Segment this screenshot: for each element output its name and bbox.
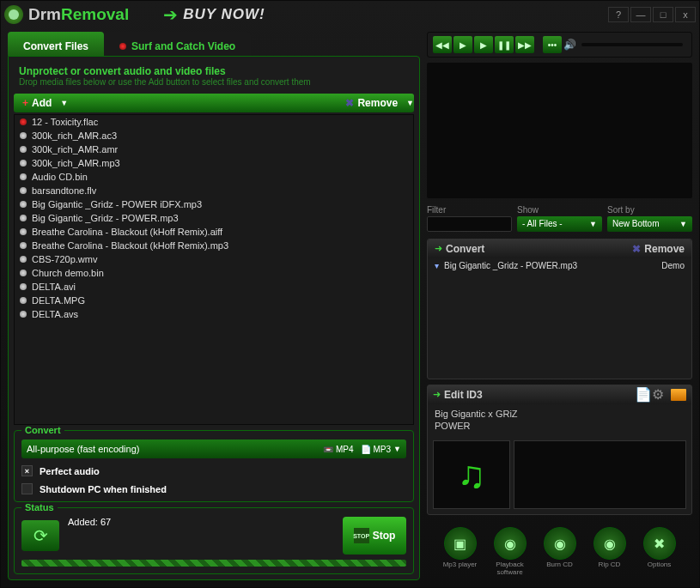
queue-list[interactable]: ▾Big Gigantic _Gridz - POWER.mp3Demo	[428, 258, 691, 379]
file-row[interactable]: DELTA.avs	[15, 307, 413, 321]
burn-cd-icon: ◉	[544, 527, 576, 560]
file-row[interactable]: 12 - Toxicity.flac	[15, 115, 413, 129]
settings-icon[interactable]: 📄⚙	[635, 386, 664, 403]
album-art[interactable]: ♫	[433, 440, 510, 509]
volume-slider[interactable]	[581, 43, 683, 46]
file-name: Big Gigantic _Gridz - POWER.mp3	[32, 213, 179, 223]
id3-panel: ➜ Edit ID3 📄⚙ Big Gigantic x GRiZ POWER …	[427, 385, 692, 516]
app-title: DrmRemoval	[28, 5, 129, 24]
window-controls: ? — □ x	[608, 7, 696, 22]
mp3-icon: ▣	[444, 527, 477, 560]
stop-button[interactable]: STOP Stop	[343, 517, 406, 555]
file-row[interactable]: Breathe Carolina - Blackout (kHoff Remix…	[15, 239, 413, 252]
file-row[interactable]: 300k_rich_AMR.mp3	[15, 156, 413, 170]
queue-remove-button[interactable]: ✖Remove	[632, 243, 685, 255]
remove-dropdown[interactable]: ▼	[406, 99, 414, 107]
file-row[interactable]: DELTA.avi	[15, 280, 413, 294]
rewind-button[interactable]: ◀◀	[433, 36, 452, 53]
file-name: Breathe Carolina - Blackout (kHoff Remix…	[32, 227, 222, 237]
add-dropdown[interactable]: ▼	[60, 99, 68, 107]
burn-cd-button[interactable]: ◉Burn CD	[539, 527, 581, 577]
folder-icon[interactable]	[671, 389, 686, 401]
filter-input[interactable]	[427, 216, 512, 232]
mp3-player-button[interactable]: ▣Mp3 player	[440, 527, 481, 577]
seek-bar[interactable]	[427, 63, 692, 198]
file-list[interactable]: 12 - Toxicity.flac300k_rich_AMR.ac3300k_…	[14, 114, 414, 425]
media-player: ◀◀ ▶ ▶ ❚❚ ▶▶ ••• 🔊	[427, 32, 692, 58]
file-row[interactable]: Church demo.bin	[15, 266, 413, 280]
play-button[interactable]: ▶	[474, 36, 493, 53]
playback-icon: ◉	[494, 527, 527, 560]
x-icon: ✖	[345, 97, 354, 109]
status-dot-icon	[20, 228, 27, 235]
file-name: 300k_rich_AMR.ac3	[32, 130, 117, 141]
file-row[interactable]: Breathe Carolina - Blackout (kHoff Remix…	[15, 225, 413, 239]
maximize-button[interactable]: □	[653, 7, 673, 22]
status-dot-icon	[20, 297, 27, 304]
file-name: DELTA.MPG	[32, 295, 85, 306]
file-row[interactable]: 300k_rich_AMR.amr	[15, 142, 413, 156]
tab-convert-files[interactable]: Convert Files	[8, 32, 104, 56]
status-dot-icon	[20, 283, 27, 290]
id3-info: Big Gigantic x GRiZ POWER	[428, 404, 691, 436]
perfect-audio-checkbox[interactable]: × Perfect audio	[21, 465, 406, 476]
app-logo-icon	[4, 5, 23, 24]
volume-icon[interactable]: 🔊	[563, 39, 576, 51]
tab-surf-catch[interactable]: Surf and Catch Video	[104, 32, 251, 56]
id3-artist: Big Gigantic x GRiZ	[435, 408, 685, 420]
pause-button[interactable]: ❚❚	[495, 36, 514, 53]
filter-bar: Filter Show - All Files -▼ Sort by New B…	[427, 203, 692, 233]
file-row[interactable]: DELTA.MPG	[15, 294, 413, 307]
status-dot-icon	[20, 187, 27, 194]
remove-button[interactable]: ✖ Remove	[337, 94, 406, 112]
status-text: Added: 67	[68, 517, 334, 527]
format-mp3-button[interactable]: 📄 MP3 ▼	[361, 445, 401, 454]
status-dot-icon	[20, 201, 27, 208]
file-name: DELTA.avi	[32, 282, 76, 292]
file-name: Breathe Carolina - Blackout (kHoff Remix…	[32, 240, 228, 251]
format-mp4-button[interactable]: 📼 MP4	[323, 445, 354, 454]
file-row[interactable]: 300k_rich_AMR.ac3	[15, 129, 413, 142]
file-row[interactable]: CBS-720p.wmv	[15, 252, 413, 266]
stop-label: Stop	[373, 530, 396, 542]
buy-now-link[interactable]: ➔ BUY NOW!	[163, 4, 265, 25]
prev-button[interactable]: ▶	[453, 36, 472, 53]
sort-dropdown[interactable]: New Bottom▼	[607, 216, 692, 232]
close-button[interactable]: x	[675, 7, 696, 22]
stop-icon: STOP	[354, 528, 369, 543]
convert-panel: Unprotect or convert audio and video fil…	[8, 56, 420, 580]
next-button[interactable]: ▶▶	[515, 36, 534, 53]
playlist-button[interactable]: •••	[543, 36, 562, 53]
status-dot-icon	[20, 242, 27, 249]
show-label: Show	[517, 205, 602, 215]
main-tabs: Convert Files Surf and Catch Video	[8, 32, 420, 56]
file-name: 300k_rich_AMR.mp3	[32, 158, 120, 168]
remove-label: Remove	[357, 97, 398, 109]
queue-panel: ➜ Convert ✖Remove ▾Big Gigantic _Gridz -…	[427, 239, 692, 379]
shutdown-checkbox[interactable]: Shutdown PC when finished	[21, 483, 406, 494]
help-button[interactable]: ?	[608, 7, 629, 22]
panel-subtitle: Drop media files below or use the Add bu…	[19, 77, 409, 87]
status-dot-icon	[20, 146, 27, 153]
rip-cd-icon: ◉	[593, 527, 626, 560]
plus-icon: +	[22, 97, 28, 109]
file-row[interactable]: Big Gigantic _Gridz - POWER.mp3	[15, 211, 413, 225]
tools-icon: ✖	[643, 527, 676, 560]
playback-software-button[interactable]: ◉Playback software	[490, 527, 531, 577]
tab-label: Convert Files	[23, 40, 88, 52]
file-row[interactable]: Audio CD.bin	[15, 170, 413, 184]
file-row[interactable]: Big Gigantic _Gridz - POWER iDFX.mp3	[15, 197, 413, 211]
minimize-button[interactable]: —	[630, 7, 651, 22]
file-name: Church demo.bin	[32, 268, 104, 278]
file-row[interactable]: barsandtone.flv	[15, 184, 413, 197]
queue-row[interactable]: ▾Big Gigantic _Gridz - POWER.mp3Demo	[428, 258, 691, 273]
options-button[interactable]: ✖Options	[639, 527, 680, 577]
rip-cd-button[interactable]: ◉Rip CD	[589, 527, 630, 577]
status-dot-icon	[20, 160, 27, 167]
arrow-icon: ➜	[433, 389, 441, 400]
show-dropdown[interactable]: - All Files -▼	[517, 216, 602, 232]
status-section-label: Status	[21, 502, 58, 512]
convert-profile-bar[interactable]: All-purpose (fast encoding) 📼 MP4 📄 MP3 …	[21, 439, 406, 458]
add-button[interactable]: + Add	[14, 94, 60, 112]
profile-text: All-purpose (fast encoding)	[27, 444, 316, 454]
